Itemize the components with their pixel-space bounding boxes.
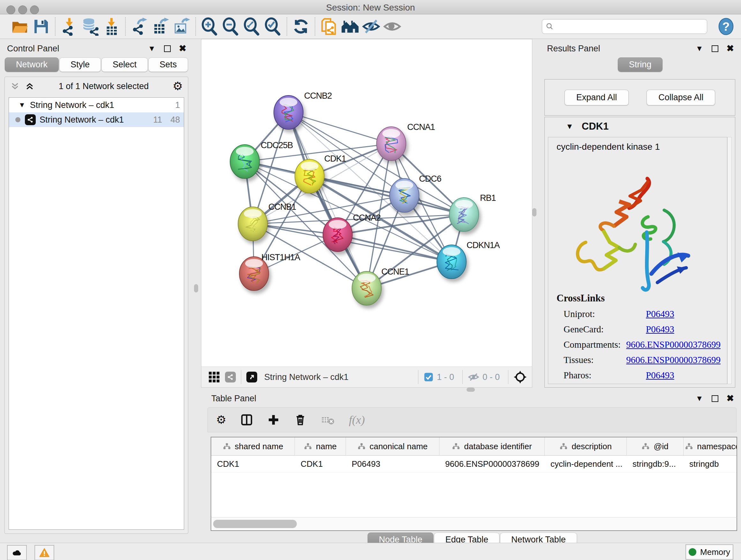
show-columns-icon[interactable] [240, 414, 253, 426]
toolbar-separator [55, 17, 56, 36]
table-row[interactable]: CDK1CDK1P064939606.ENSP00000378699cyclin… [211, 455, 737, 473]
column-header-description[interactable]: description [545, 437, 627, 455]
tab-style[interactable]: Style [59, 57, 101, 72]
table-panel: Table Panel ▼ ✖ ⚙ [207, 392, 738, 539]
hidden-eye-slash-icon[interactable] [468, 371, 479, 383]
crosslink-value-link[interactable]: P06493 [646, 324, 674, 334]
gene-panel: ▼ CDK1 cyclin-dependent kinase 1 [544, 117, 735, 388]
center-view-crosshair-icon[interactable] [514, 370, 527, 384]
zoom-selected-button[interactable] [262, 17, 283, 36]
tab-sets[interactable]: Sets [148, 57, 188, 72]
network-collection-row[interactable]: ▼ String Network – cdk1 1 [9, 98, 184, 112]
crosslink-value-link[interactable]: P06493 [646, 309, 674, 319]
delete-column-icon[interactable] [294, 414, 307, 426]
panel-menu-icon[interactable]: ▼ [696, 395, 703, 402]
scrollbar-thumb[interactable] [213, 520, 297, 528]
table-options-gear-icon[interactable]: ⚙ [216, 414, 226, 426]
float-panel-icon[interactable] [164, 45, 171, 52]
crosslink-value-link[interactable]: 9606.ENSP00000378699 [626, 355, 721, 365]
crosslink-label: GeneCard: [556, 324, 646, 334]
gene-collapse-icon[interactable]: ▼ [566, 122, 574, 131]
crosslink-value-link[interactable]: P06493 [646, 370, 674, 381]
tab-string[interactable]: String [618, 57, 663, 72]
node-CDK1[interactable]: CDK1 [295, 154, 346, 193]
node-gloss [245, 259, 263, 268]
hide-selected-button[interactable] [360, 17, 382, 36]
column-header--id[interactable]: @id [627, 437, 684, 455]
import-network-from-database-button[interactable] [80, 17, 101, 36]
network-canvas[interactable]: CCNB2CCNA1CDC25BCDK1CDC6RB1CCNB1CCNA2CDK… [201, 39, 532, 367]
save-session-button[interactable] [30, 17, 52, 36]
open-session-button[interactable] [10, 17, 30, 36]
edge-CCNB2-CCNE1[interactable] [288, 112, 367, 288]
node-CCNA1[interactable]: CCNA1 [377, 122, 435, 161]
panel-menu-icon[interactable]: ▼ [696, 45, 703, 52]
node-CCNB1[interactable]: CCNB1 [238, 202, 296, 241]
collapse-all-icon[interactable] [10, 81, 20, 91]
import-network-file-button[interactable] [59, 17, 80, 36]
selected-checkbox-icon[interactable] [423, 372, 434, 382]
node-CCNB2[interactable]: CCNB2 [274, 91, 332, 129]
close-panel-icon[interactable]: ✖ [727, 44, 734, 53]
window-title: Session: New Session [0, 3, 741, 13]
warnings-button[interactable] [35, 545, 54, 560]
delete-table-icon[interactable] [321, 414, 335, 426]
show-all-button[interactable] [382, 17, 403, 36]
network-options-gear-icon[interactable]: ⚙ [173, 80, 183, 92]
close-panel-icon[interactable]: ✖ [727, 394, 734, 403]
close-panel-icon[interactable]: ✖ [179, 44, 186, 53]
export-network-button[interactable] [129, 17, 150, 36]
zoom-out-button[interactable] [220, 17, 241, 36]
table-cell: CDK1 [295, 455, 346, 472]
table-horizontal-scrollbar[interactable] [211, 517, 737, 531]
help-button[interactable]: ? [716, 17, 737, 36]
search-input[interactable] [557, 21, 704, 32]
tab-network[interactable]: Network [5, 57, 59, 72]
zoom-in-button[interactable] [199, 17, 220, 36]
column-header-name[interactable]: name [295, 437, 346, 455]
collection-expand-icon[interactable]: ▼ [18, 101, 25, 109]
left-splitter-handle[interactable] [194, 284, 198, 293]
formula-builder-button[interactable]: f(x) [349, 413, 365, 427]
duplicate-network-button[interactable] [319, 17, 340, 36]
first-neighbors-button[interactable] [340, 17, 360, 36]
node-CDKN1A[interactable]: CDKN1A [437, 240, 500, 279]
bottom-splitter-handle[interactable] [467, 388, 475, 392]
column-header-canonical-name[interactable]: canonical name [346, 437, 440, 455]
collapse-all-button[interactable]: Collapse All [647, 90, 715, 105]
network-row[interactable]: String Network – cdk1 11 48 [9, 112, 184, 127]
node-RB1[interactable]: RB1 [449, 193, 496, 232]
crosslink-row: Tissues:9606.ENSP00000378699 [556, 355, 721, 365]
expand-all-button[interactable]: Expand All [564, 90, 629, 105]
export-image-button[interactable] [171, 17, 192, 36]
tab-select[interactable]: Select [102, 57, 148, 72]
footer-separator [462, 370, 463, 384]
node-CCNE1[interactable]: CCNE1 [352, 267, 409, 305]
panel-menu-icon[interactable]: ▼ [148, 45, 156, 52]
expand-all-icon[interactable] [24, 81, 35, 91]
column-header-database-identifier[interactable]: database identifier [440, 437, 545, 455]
column-header-label: description [571, 442, 612, 451]
column-header-shared-name[interactable]: shared name [211, 437, 295, 455]
node-HIST1H1A[interactable]: HIST1H1A [239, 253, 300, 291]
search-field[interactable] [542, 19, 707, 34]
edge-CCNB2-CCNA1[interactable] [288, 112, 391, 144]
apply-layout-button[interactable] [290, 17, 312, 36]
gene-panel-scrollbar[interactable] [727, 137, 732, 384]
cloud-status-button[interactable] [7, 545, 27, 560]
open-in-new-window-button[interactable] [246, 372, 257, 382]
export-table-button[interactable] [150, 17, 171, 36]
float-panel-icon[interactable] [712, 395, 718, 402]
node-label-CCNA1: CCNA1 [407, 122, 435, 132]
crosslink-value-link[interactable]: 9606.ENSP00000378699 [626, 339, 721, 350]
birds-eye-view-icon[interactable] [208, 371, 220, 383]
add-column-icon[interactable] [267, 414, 280, 426]
import-table-button[interactable] [101, 17, 122, 36]
cloud-icon [11, 547, 23, 558]
float-panel-icon[interactable] [712, 45, 718, 52]
zoom-fit-button[interactable] [241, 17, 262, 36]
memory-button[interactable]: Memory [685, 544, 733, 560]
column-header-namespace[interactable]: namespace [684, 437, 737, 455]
right-splitter-handle[interactable] [532, 208, 536, 216]
export-network-icon [130, 17, 149, 36]
